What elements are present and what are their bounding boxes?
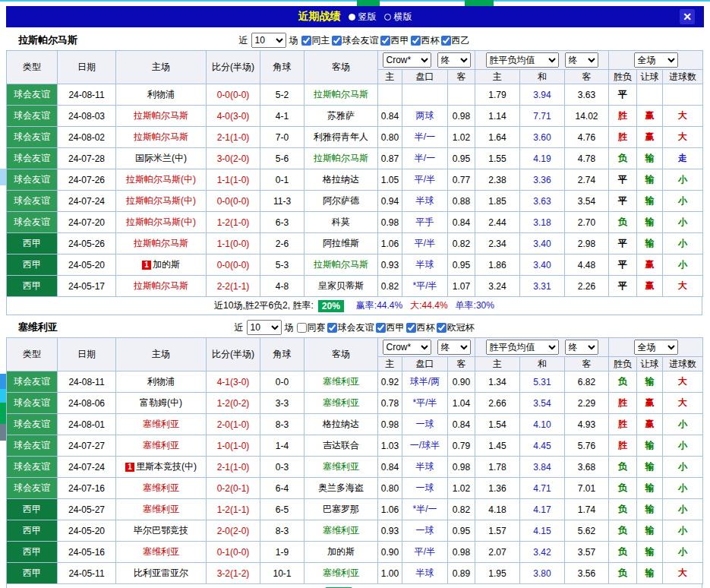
match-date: 24-08-03 [58, 106, 116, 127]
match-row: 球会友谊24-08-11利物浦0-0(0-0)5-2拉斯帕尔马斯1.793.94… [7, 84, 703, 106]
handicap: 一球 [402, 520, 448, 542]
match-type: 球会友谊 [7, 191, 58, 212]
footer-stat: 单率:30% [456, 300, 494, 311]
match-type: 西甲 [7, 542, 58, 563]
corners: 5-2 [260, 84, 305, 106]
col-header-type: 类型 [7, 338, 58, 371]
col-header-score: 比分(半场) [207, 51, 260, 84]
corners: 6-3 [260, 212, 305, 233]
filter-row: 拉斯帕尔马斯 近 10 场 同主球会友谊西甲西杯西乙 [6, 30, 704, 50]
scope-select[interactable]: 全场 [634, 52, 678, 68]
result: 胜 [609, 414, 637, 435]
score: 2-2(1-1) [207, 276, 260, 297]
filter-checkbox[interactable]: 同赛 [297, 321, 326, 334]
filter-checkbox[interactable]: 同主 [301, 34, 330, 47]
filter-checkbox[interactable]: 球会友谊 [327, 321, 374, 334]
match-date: 24-05-16 [58, 542, 116, 563]
filter-checkbox[interactable]: 西甲 [380, 34, 409, 47]
away-team: 加的斯 [305, 542, 378, 563]
odds-away: 1.07 [448, 276, 475, 297]
home-team: 利物浦 [116, 84, 207, 106]
avg-home: 1.57 [475, 520, 520, 542]
avg-draw: 4.15 [520, 520, 565, 542]
match-date: 24-07-26 [58, 169, 116, 191]
avg-draw: 4.71 [520, 478, 565, 499]
filters: 近 10 场 同赛球会友谊西甲西杯欧冠杯 [235, 320, 476, 335]
odds-home: 1.00 [378, 563, 402, 584]
team-name: 塞维利亚 [18, 321, 58, 334]
avg-time-select[interactable]: 终 [565, 340, 598, 355]
avg-away: 4.48 [565, 254, 609, 276]
match-row: 球会友谊24-07-27塞维利亚1-0(1-0)1-4吉达联合1.03一/球半0… [7, 435, 703, 457]
page-top-green-block [465, 0, 494, 6]
col-header-avg-away: 客 [565, 357, 609, 371]
match-date: 24-08-02 [58, 127, 116, 148]
handicap: 半/一 [402, 127, 448, 148]
odds-home: 1.06 [378, 499, 402, 520]
filter-checkbox[interactable]: 欧冠杯 [437, 321, 475, 334]
handicap-result: 赢 [637, 393, 663, 414]
odds-home: 1.03 [378, 435, 402, 457]
home-team: 毕尔巴鄂竞技 [116, 520, 207, 542]
goals-result: 小 [663, 169, 703, 191]
handicap-result [637, 84, 663, 106]
odds-time-select[interactable]: 终 [437, 340, 471, 355]
avg-home: 4.18 [475, 499, 520, 520]
handicap-result: 输 [637, 478, 663, 499]
match-count-select[interactable]: 10 [247, 320, 282, 335]
odds-time-select[interactable]: 终 [437, 52, 471, 68]
avg-odds-select[interactable]: 胜平负均值 [486, 340, 559, 355]
score: 4-0(3-0) [207, 106, 260, 127]
filter-checkbox[interactable]: 球会友谊 [332, 34, 379, 47]
handicap-result: 赢 [637, 127, 663, 148]
radio-selected-icon [349, 14, 355, 21]
odds-away: 1.02 [448, 478, 475, 499]
goals-result: 小 [663, 191, 703, 212]
layout-vertical-radio[interactable]: 竖版 [349, 11, 377, 24]
filter-checkbox[interactable]: 西乙 [441, 34, 470, 47]
odds-company-select[interactable]: Crow* [383, 340, 431, 355]
avg-odds-select[interactable]: 胜平负均值 [486, 52, 559, 68]
filter-checkbox[interactable]: 西杯 [411, 34, 440, 47]
score: 3-0(2-0) [207, 148, 260, 169]
corners: 8-3 [260, 520, 305, 542]
result: 负 [609, 212, 637, 233]
handicap: *半/一 [402, 499, 448, 520]
avg-home: 1.64 [475, 127, 520, 148]
filter-checkbox[interactable]: 西杯 [406, 321, 435, 334]
avg-away: 5.76 [565, 435, 609, 457]
match-row: 西甲24-05-201加的斯0-0(0-0)5-3拉斯帕尔马斯0.93半球0.9… [7, 254, 703, 276]
close-icon[interactable]: ✕ [680, 9, 695, 24]
filter-checkbox[interactable]: 西甲 [376, 321, 405, 334]
odds-away: 1.02 [448, 127, 475, 148]
odds-away: 0.98 [448, 106, 475, 127]
avg-draw: 5.31 [520, 371, 565, 393]
avg-away: 4.78 [565, 148, 609, 169]
avg-draw: 3.31 [520, 276, 565, 297]
filter-row: 塞维利亚 近 10 场 同赛球会友谊西甲西杯欧冠杯 [6, 318, 704, 337]
corners: 0-3 [260, 457, 305, 478]
col-header-home: 主场 [116, 51, 207, 84]
layout-horizontal-radio[interactable]: 横版 [384, 11, 412, 24]
odds-home: 0.98 [378, 414, 402, 435]
away-team: 阿尔萨德 [305, 191, 378, 212]
match-date: 24-05-11 [58, 563, 116, 584]
match-count-select[interactable]: 10 [251, 33, 286, 48]
scope-select[interactable]: 全场 [634, 340, 678, 355]
avg-away: 2.29 [565, 393, 609, 414]
avg-time-select[interactable]: 终 [565, 52, 598, 68]
odds-company-select[interactable]: Crow* [383, 52, 431, 68]
away-team: 格拉纳达 [305, 414, 378, 435]
avg-away: 3.54 [565, 191, 609, 212]
avg-home: 2.34 [475, 233, 520, 254]
away-team: 塞维利亚 [305, 457, 378, 478]
home-team: 利物浦 [116, 371, 207, 393]
goals-result: 小 [663, 414, 703, 435]
result: 负 [609, 563, 637, 584]
avg-home: 2.07 [475, 542, 520, 563]
summary-footer: 近10场,胜2平6负2, 胜率: 20% 赢率:44.4%大:44.4%单率:3… [6, 297, 702, 315]
match-row: 西甲24-05-27塞维利亚1-2(1-1)6-5巴塞罗那1.06*半/一0.8… [7, 499, 703, 520]
avg-draw: 3.42 [520, 542, 565, 563]
match-row: 球会友谊24-08-03拉斯帕尔马斯4-0(3-0)4-1苏雅萨0.84两球0.… [7, 106, 703, 127]
handicap-result: 输 [637, 191, 663, 212]
